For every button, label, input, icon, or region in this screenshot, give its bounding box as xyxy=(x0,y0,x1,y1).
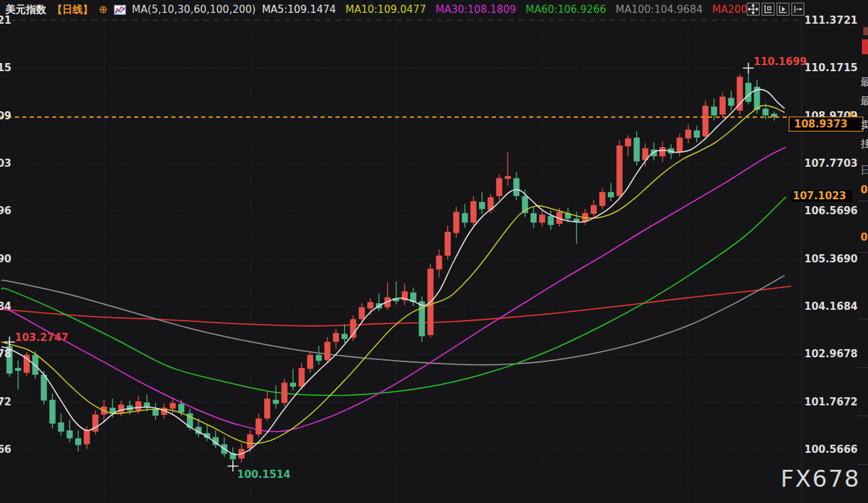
left-axis-label-clipped-107.7703: 107.7703 xyxy=(0,157,5,169)
current-price-box: 108.9373 xyxy=(789,117,863,132)
high-price-marker: 110.1699 xyxy=(753,56,807,68)
trading-chart-window: 美元指数 【日线】 ⊕ MA(5,10,30,60,100,200) MA5:1… xyxy=(0,0,868,503)
left-axis-label-clipped-104.1684: 104.1684 xyxy=(0,300,5,313)
axis-label-104.1684: 104.1684 xyxy=(804,300,858,313)
side-panel-divider xyxy=(858,319,868,319)
left-axis-label-clipped-105.3690: 105.3690 xyxy=(0,253,5,265)
ma-values-list: MA5:109.1474MA10:109.0477MA30:108.1809MA… xyxy=(262,3,757,16)
side-panel-fragment-3: 挂 xyxy=(861,138,868,150)
side-panel-divider xyxy=(858,252,868,253)
reset-scale-icon[interactable] xyxy=(762,3,774,16)
left-axis-label-clipped-106.5696: 106.5696 xyxy=(0,205,5,217)
chart-toolbar xyxy=(747,3,804,16)
ma-group-label: MA(5,10,30,60,100,200) xyxy=(132,3,256,16)
axis-label-105.3690: 105.3690 xyxy=(804,253,858,265)
axis-label-101.7672: 101.7672 xyxy=(804,396,858,408)
axis-label-111.3721: 111.3721 xyxy=(804,14,858,26)
axis-label-102.9678: 102.9678 xyxy=(804,348,858,360)
price-chart-canvas[interactable] xyxy=(0,0,868,503)
symbol-title: 美元指数 xyxy=(5,3,46,16)
side-panel-button-fragment xyxy=(863,27,868,35)
pan-tool-icon[interactable] xyxy=(747,3,760,16)
side-panel-divider xyxy=(858,464,868,465)
add-indicator-icon[interactable]: ⊕ xyxy=(99,3,108,16)
axis-label-110.1715: 110.1715 xyxy=(804,62,858,74)
auto-scroll-icon[interactable] xyxy=(777,3,789,16)
ma-value-0: MA5:109.1474 xyxy=(262,3,335,16)
axis-label-107.7703: 107.7703 xyxy=(804,157,858,169)
left-axis-label-clipped-100.5666: 100.5666 xyxy=(0,443,5,456)
left-axis-label-clipped-111.3721: 111.3721 xyxy=(0,14,5,26)
side-panel-fragment-5: 0 xyxy=(861,184,868,196)
ma-value-3: MA60:106.9266 xyxy=(526,3,606,16)
side-panel-fragment-0: 最 xyxy=(861,76,868,89)
left-axis-label-clipped-101.7672: 101.7672 xyxy=(0,396,5,408)
side-panel-fragment-6: 0 xyxy=(861,231,868,243)
left-high-price-marker: 103.2747 xyxy=(15,331,68,344)
axis-label-100.5666: 100.5666 xyxy=(804,443,858,456)
fx678-watermark: FX678 xyxy=(781,465,861,492)
ma-value-4: MA100:104.9684 xyxy=(616,3,703,16)
low-price-marker: 100.1514 xyxy=(237,468,291,481)
chart-header: 美元指数 【日线】 ⊕ MA(5,10,30,60,100,200) MA5:1… xyxy=(5,2,757,17)
side-panel-fragment-4: 日 xyxy=(861,164,868,177)
side-panel-fragment-2: 卖 xyxy=(861,119,868,132)
side-panel-fragment-1: 最 xyxy=(861,95,868,108)
secondary-price-label: 107.1023 xyxy=(791,190,852,202)
ma-value-2: MA30:108.1809 xyxy=(436,3,516,16)
left-axis-label-clipped-110.1715: 110.1715 xyxy=(0,62,5,74)
axis-label-106.5696: 106.5696 xyxy=(804,205,858,217)
collapse-panel-icon[interactable] xyxy=(791,3,804,16)
left-axis-label-clipped-108.9709: 108.9709 xyxy=(0,110,5,122)
ma-value-1: MA10:109.0477 xyxy=(346,3,426,16)
side-panel-divider xyxy=(858,201,868,201)
mini-chart-icon[interactable] xyxy=(114,5,126,15)
side-panel-divider xyxy=(858,416,868,416)
period-selector[interactable]: 【日线】 xyxy=(52,3,93,16)
side-panel-sell-button-fragment[interactable] xyxy=(862,39,868,54)
side-panel-divider xyxy=(858,367,868,368)
left-axis-label-clipped-102.9678: 102.9678 xyxy=(0,348,5,360)
